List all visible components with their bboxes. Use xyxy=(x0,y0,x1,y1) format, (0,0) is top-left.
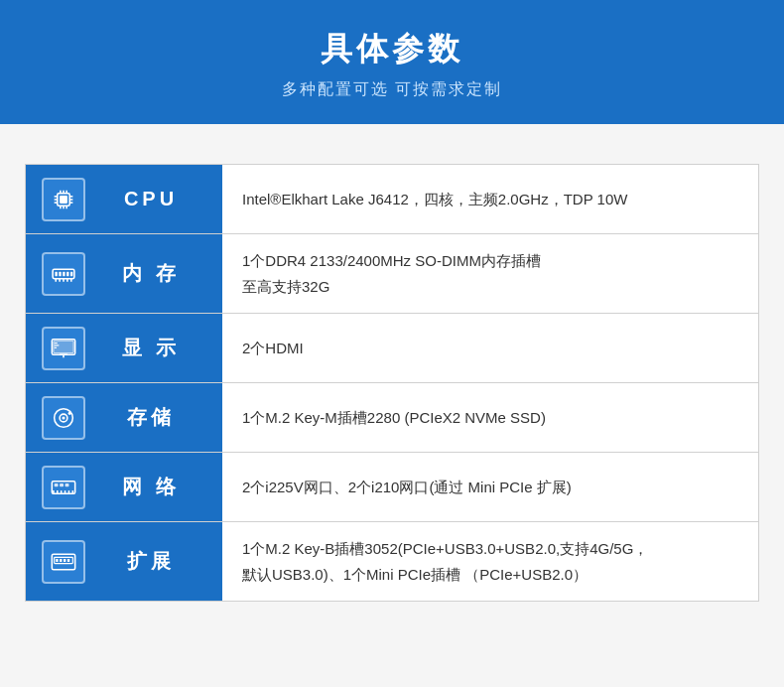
network-icon xyxy=(42,466,85,509)
spec-value-text-cpu: Intel®Elkhart Lake J6412，四核，主频2.0GHz，TDP… xyxy=(242,187,627,212)
spec-row-network: 网 络2个i225V网口、2个i210网口(通过 Mini PCIe 扩展) xyxy=(26,453,758,522)
spec-label-expansion: 扩展 xyxy=(26,522,222,601)
svg-rect-37 xyxy=(52,481,74,492)
spec-row-storage: 存储1个M.2 Key-M插槽2280 (PCIeX2 NVMe SSD) xyxy=(26,383,758,453)
spec-value-cpu: Intel®Elkhart Lake J6412，四核，主频2.0GHz，TDP… xyxy=(222,165,758,233)
spec-name-memory: 内 存 xyxy=(95,260,206,287)
cpu-icon xyxy=(42,178,85,221)
spec-value-network: 2个i225V网口、2个i210网口(通过 Mini PCIe 扩展) xyxy=(222,453,758,521)
svg-rect-40 xyxy=(65,483,69,486)
spec-row-expansion: 扩展1个M.2 Key-B插槽3052(PCIe+USB3.0+USB2.0,支… xyxy=(26,522,758,601)
header-subtitle: 多种配置可选 可按需求定制 xyxy=(20,79,764,100)
svg-point-35 xyxy=(62,416,65,419)
svg-rect-16 xyxy=(59,271,61,276)
storage-icon xyxy=(42,396,85,440)
svg-rect-15 xyxy=(55,271,57,276)
specs-table: CPUIntel®Elkhart Lake J6412，四核，主频2.0GHz，… xyxy=(25,164,759,602)
spec-value-storage: 1个M.2 Key-M插槽2280 (PCIeX2 NVMe SSD) xyxy=(222,383,758,452)
spec-value-text-expansion: 1个M.2 Key-B插槽3052(PCIe+USB3.0+USB2.0,支持4… xyxy=(242,536,648,587)
svg-rect-51 xyxy=(64,558,65,561)
spec-value-text-display: 2个HDMI xyxy=(242,336,304,361)
spec-row-memory: 内 存1个DDR4 2133/2400MHz SO-DIMM内存插槽至高支持32… xyxy=(26,234,758,314)
spec-value-expansion: 1个M.2 Key-B插槽3052(PCIe+USB3.0+USB2.0,支持4… xyxy=(222,522,758,601)
spec-value-text-memory: 1个DDR4 2133/2400MHz SO-DIMM内存插槽至高支持32G xyxy=(242,248,541,299)
svg-rect-50 xyxy=(60,558,62,561)
spec-label-display: 显 示 xyxy=(26,314,222,382)
spec-value-text-network: 2个i225V网口、2个i210网口(通过 Mini PCIe 扩展) xyxy=(242,475,572,500)
spec-name-expansion: 扩展 xyxy=(95,548,206,575)
svg-rect-49 xyxy=(56,558,58,561)
spec-row-display: 显 示2个HDMI xyxy=(26,314,758,383)
svg-rect-52 xyxy=(67,558,69,561)
spec-row-cpu: CPUIntel®Elkhart Lake J6412，四核，主频2.0GHz，… xyxy=(26,165,758,234)
spacer xyxy=(0,124,784,164)
spec-value-memory: 1个DDR4 2133/2400MHz SO-DIMM内存插槽至高支持32G xyxy=(222,234,758,313)
header-title: 具体参数 xyxy=(20,28,764,71)
spec-value-display: 2个HDMI xyxy=(222,314,758,382)
svg-rect-39 xyxy=(60,483,64,486)
page-wrapper: 具体参数 多种配置可选 可按需求定制 CPUIntel®Elkhart Lake… xyxy=(0,0,784,602)
svg-point-36 xyxy=(68,411,71,414)
spec-value-text-storage: 1个M.2 Key-M插槽2280 (PCIeX2 NVMe SSD) xyxy=(242,405,546,431)
spec-name-network: 网 络 xyxy=(95,474,206,500)
spec-label-cpu: CPU xyxy=(26,165,222,233)
svg-rect-19 xyxy=(70,271,72,276)
spec-name-cpu: CPU xyxy=(95,188,206,210)
spec-label-network: 网 络 xyxy=(26,453,222,521)
memory-icon xyxy=(42,252,85,296)
svg-rect-47 xyxy=(52,554,74,570)
svg-rect-18 xyxy=(66,271,68,276)
svg-rect-1 xyxy=(60,196,67,204)
svg-rect-17 xyxy=(63,271,65,276)
spec-name-storage: 存储 xyxy=(95,404,206,431)
expansion-icon xyxy=(42,540,85,584)
spec-label-storage: 存储 xyxy=(26,383,222,452)
display-icon xyxy=(42,327,85,370)
svg-rect-38 xyxy=(55,483,59,486)
header-banner: 具体参数 多种配置可选 可按需求定制 xyxy=(0,0,784,124)
spec-label-memory: 内 存 xyxy=(26,234,222,313)
spec-name-display: 显 示 xyxy=(95,335,206,361)
